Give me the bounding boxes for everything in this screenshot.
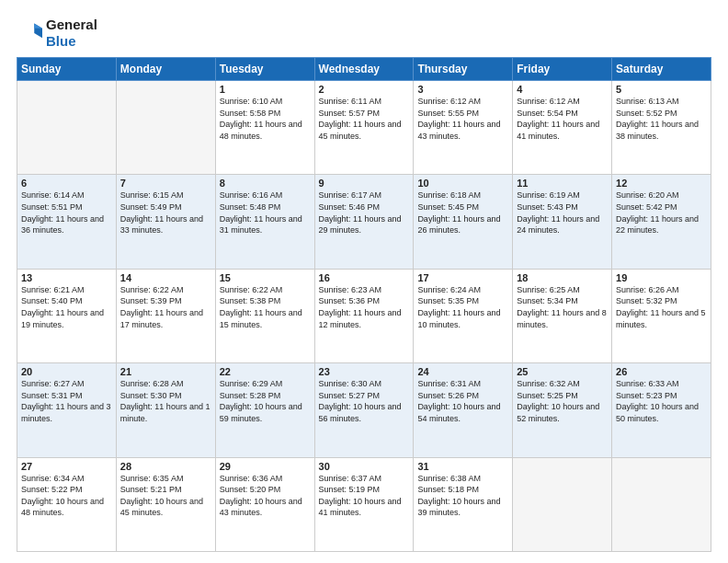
day-number: 6 [21,178,112,189]
calendar-day-cell [17,81,117,175]
calendar-day-cell: 7Sunrise: 6:15 AM Sunset: 5:49 PM Daylig… [116,175,215,269]
weekday-header-cell: Thursday [414,58,513,81]
day-info: Sunrise: 6:24 AM Sunset: 5:35 PM Dayligh… [417,284,508,330]
weekday-header-cell: Wednesday [314,58,414,81]
day-number: 9 [319,178,410,189]
day-number: 10 [417,178,508,189]
day-number: 13 [21,272,112,283]
calendar-day-cell: 11Sunrise: 6:19 AM Sunset: 5:43 PM Dayli… [513,175,612,269]
calendar-day-cell: 3Sunrise: 6:12 AM Sunset: 5:55 PM Daylig… [414,81,513,175]
day-info: Sunrise: 6:10 AM Sunset: 5:58 PM Dayligh… [220,96,311,142]
day-info: Sunrise: 6:18 AM Sunset: 5:45 PM Dayligh… [417,190,508,236]
day-number: 27 [21,461,112,472]
calendar-day-cell: 13Sunrise: 6:21 AM Sunset: 5:40 PM Dayli… [17,269,117,362]
day-info: Sunrise: 6:33 AM Sunset: 5:23 PM Dayligh… [616,378,707,424]
calendar-day-cell [612,457,711,551]
calendar-week-row: 27Sunrise: 6:34 AM Sunset: 5:22 PM Dayli… [17,457,711,551]
calendar-day-cell: 23Sunrise: 6:30 AM Sunset: 5:27 PM Dayli… [314,363,414,457]
day-info: Sunrise: 6:16 AM Sunset: 5:48 PM Dayligh… [220,190,311,236]
calendar-week-row: 6Sunrise: 6:14 AM Sunset: 5:51 PM Daylig… [17,175,711,269]
calendar-day-cell: 20Sunrise: 6:27 AM Sunset: 5:31 PM Dayli… [17,363,117,457]
calendar-table: SundayMondayTuesdayWednesdayThursdayFrid… [17,57,711,552]
day-number: 2 [319,84,410,95]
calendar-day-cell: 1Sunrise: 6:10 AM Sunset: 5:58 PM Daylig… [215,81,314,175]
day-info: Sunrise: 6:21 AM Sunset: 5:40 PM Dayligh… [21,284,112,330]
calendar-day-cell: 26Sunrise: 6:33 AM Sunset: 5:23 PM Dayli… [612,363,711,457]
calendar-day-cell: 16Sunrise: 6:23 AM Sunset: 5:36 PM Dayli… [314,269,414,362]
calendar-body: 1Sunrise: 6:10 AM Sunset: 5:58 PM Daylig… [17,81,711,552]
logo-text: General Blue [46,17,97,50]
calendar-day-cell: 6Sunrise: 6:14 AM Sunset: 5:51 PM Daylig… [17,175,117,269]
day-number: 11 [517,178,608,189]
calendar-day-cell: 22Sunrise: 6:29 AM Sunset: 5:28 PM Dayli… [215,363,314,457]
calendar-day-cell: 8Sunrise: 6:16 AM Sunset: 5:48 PM Daylig… [215,175,314,269]
calendar-day-cell: 24Sunrise: 6:31 AM Sunset: 5:26 PM Dayli… [414,363,513,457]
day-info: Sunrise: 6:12 AM Sunset: 5:54 PM Dayligh… [517,96,608,142]
day-info: Sunrise: 6:37 AM Sunset: 5:19 PM Dayligh… [319,473,410,519]
weekday-header-cell: Friday [513,58,612,81]
day-info: Sunrise: 6:25 AM Sunset: 5:34 PM Dayligh… [517,284,608,330]
weekday-header-cell: Sunday [17,58,117,81]
day-number: 1 [220,84,311,95]
day-number: 22 [220,366,311,377]
weekday-header-row: SundayMondayTuesdayWednesdayThursdayFrid… [17,58,711,81]
day-number: 15 [220,272,311,283]
day-info: Sunrise: 6:19 AM Sunset: 5:43 PM Dayligh… [517,190,608,236]
calendar-day-cell: 18Sunrise: 6:25 AM Sunset: 5:34 PM Dayli… [513,269,612,362]
calendar-day-cell: 15Sunrise: 6:22 AM Sunset: 5:38 PM Dayli… [215,269,314,362]
day-number: 12 [616,178,707,189]
day-number: 29 [220,461,311,472]
day-info: Sunrise: 6:35 AM Sunset: 5:21 PM Dayligh… [120,473,211,519]
calendar-day-cell: 28Sunrise: 6:35 AM Sunset: 5:21 PM Dayli… [116,457,215,551]
day-info: Sunrise: 6:20 AM Sunset: 5:42 PM Dayligh… [616,190,707,236]
day-number: 19 [616,272,707,283]
weekday-header-cell: Tuesday [215,58,314,81]
day-info: Sunrise: 6:13 AM Sunset: 5:52 PM Dayligh… [616,96,707,142]
calendar-day-cell: 17Sunrise: 6:24 AM Sunset: 5:35 PM Dayli… [414,269,513,362]
day-number: 28 [120,461,211,472]
day-number: 30 [319,461,410,472]
day-info: Sunrise: 6:11 AM Sunset: 5:57 PM Dayligh… [319,96,410,142]
day-info: Sunrise: 6:38 AM Sunset: 5:18 PM Dayligh… [417,473,508,519]
day-info: Sunrise: 6:29 AM Sunset: 5:28 PM Dayligh… [220,378,311,424]
calendar-day-cell: 30Sunrise: 6:37 AM Sunset: 5:19 PM Dayli… [314,457,414,551]
day-number: 7 [120,178,211,189]
calendar-day-cell: 4Sunrise: 6:12 AM Sunset: 5:54 PM Daylig… [513,81,612,175]
svg-marker-2 [34,24,42,29]
day-info: Sunrise: 6:22 AM Sunset: 5:38 PM Dayligh… [220,284,311,330]
day-number: 25 [517,366,608,377]
day-number: 18 [517,272,608,283]
day-number: 14 [120,272,211,283]
day-number: 23 [319,366,410,377]
calendar-day-cell [116,81,215,175]
calendar-week-row: 1Sunrise: 6:10 AM Sunset: 5:58 PM Daylig… [17,81,711,175]
day-number: 16 [319,272,410,283]
day-number: 3 [417,84,508,95]
day-number: 20 [21,366,112,377]
day-info: Sunrise: 6:23 AM Sunset: 5:36 PM Dayligh… [319,284,410,330]
calendar-day-cell: 29Sunrise: 6:36 AM Sunset: 5:20 PM Dayli… [215,457,314,551]
weekday-header-cell: Saturday [612,58,711,81]
day-number: 31 [417,461,508,472]
day-info: Sunrise: 6:36 AM Sunset: 5:20 PM Dayligh… [220,473,311,519]
day-info: Sunrise: 6:31 AM Sunset: 5:26 PM Dayligh… [417,378,508,424]
day-info: Sunrise: 6:17 AM Sunset: 5:46 PM Dayligh… [319,190,410,236]
calendar-day-cell: 31Sunrise: 6:38 AM Sunset: 5:18 PM Dayli… [414,457,513,551]
calendar-day-cell: 10Sunrise: 6:18 AM Sunset: 5:45 PM Dayli… [414,175,513,269]
calendar-day-cell: 14Sunrise: 6:22 AM Sunset: 5:39 PM Dayli… [116,269,215,362]
day-info: Sunrise: 6:14 AM Sunset: 5:51 PM Dayligh… [21,190,112,236]
calendar-day-cell: 2Sunrise: 6:11 AM Sunset: 5:57 PM Daylig… [314,81,414,175]
day-info: Sunrise: 6:12 AM Sunset: 5:55 PM Dayligh… [417,96,508,142]
calendar-day-cell [513,457,612,551]
day-info: Sunrise: 6:28 AM Sunset: 5:30 PM Dayligh… [120,378,211,424]
calendar-week-row: 20Sunrise: 6:27 AM Sunset: 5:31 PM Dayli… [17,363,711,457]
day-info: Sunrise: 6:30 AM Sunset: 5:27 PM Dayligh… [319,378,410,424]
day-number: 4 [517,84,608,95]
logo: General Blue [17,17,97,50]
weekday-header-cell: Monday [116,58,215,81]
calendar-day-cell: 5Sunrise: 6:13 AM Sunset: 5:52 PM Daylig… [612,81,711,175]
calendar-day-cell: 9Sunrise: 6:17 AM Sunset: 5:46 PM Daylig… [314,175,414,269]
day-number: 26 [616,366,707,377]
day-info: Sunrise: 6:15 AM Sunset: 5:49 PM Dayligh… [120,190,211,236]
day-number: 8 [220,178,311,189]
